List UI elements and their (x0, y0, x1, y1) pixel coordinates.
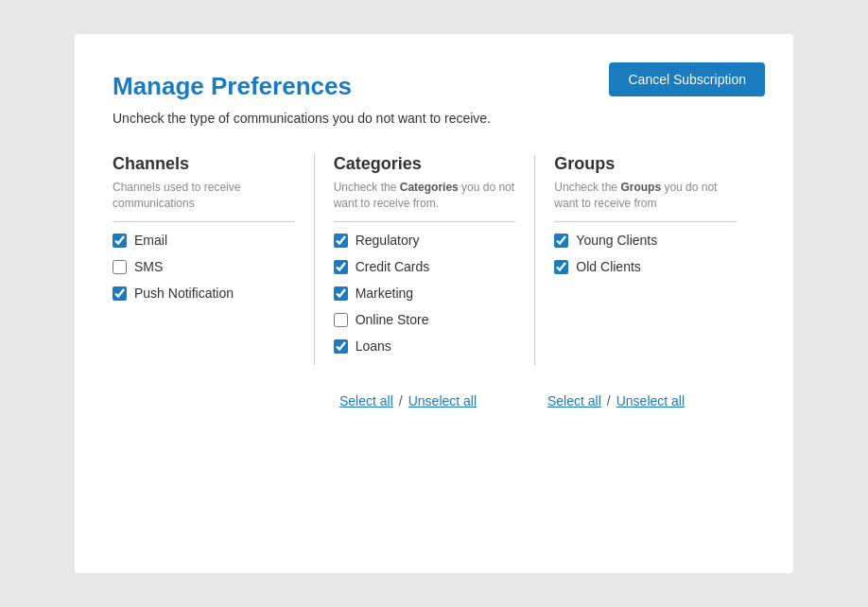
category-onlinestore-label: Online Store (356, 311, 429, 328)
channel-sms-item: SMS (113, 258, 295, 275)
main-card: Cancel Subscription Manage Preferences U… (75, 34, 793, 573)
groups-column: Groups Uncheck the Groups you do not wan… (554, 154, 755, 365)
groups-select-actions: Select all / Unselect all (547, 393, 755, 408)
columns-wrapper: Channels Channels used to receive commun… (113, 154, 755, 365)
groups-keyword: Groups (620, 181, 661, 194)
category-creditcards-label: Credit Cards (356, 258, 430, 275)
channel-push-checkbox[interactable] (113, 286, 127, 301)
channels-description: Channels used to receive communications (113, 180, 295, 222)
group-youngclients-label: Young Clients (576, 232, 657, 249)
group-oldclients-label: Old Clients (576, 258, 640, 275)
categories-select-actions: Select all / Unselect all (339, 393, 547, 408)
category-regulatory-checkbox[interactable] (334, 234, 348, 248)
groups-select-all-link[interactable]: Select all (547, 393, 601, 408)
category-marketing-checkbox[interactable] (334, 286, 348, 301)
group-oldclients-checkbox[interactable] (554, 260, 568, 274)
category-regulatory-label: Regulatory (356, 232, 420, 249)
category-loans-label: Loans (356, 338, 391, 355)
groups-unselect-all-link[interactable]: Unselect all (616, 393, 685, 408)
channel-sms-label: SMS (134, 258, 163, 275)
channel-sms-checkbox[interactable] (113, 260, 127, 274)
category-loans-item: Loans (334, 338, 516, 355)
categories-keyword: Categories (400, 181, 459, 194)
channels-title: Channels (113, 154, 295, 174)
group-oldclients-item: Old Clients (554, 258, 737, 275)
categories-description: Uncheck the Categories you do not want t… (334, 180, 516, 222)
categories-select-all-link[interactable]: Select all (339, 393, 393, 408)
category-regulatory-item: Regulatory (334, 232, 516, 249)
channel-email-item: Email (113, 232, 295, 249)
group-youngclients-item: Young Clients (554, 232, 737, 249)
page-subtitle: Uncheck the type of communications you d… (113, 111, 755, 126)
category-marketing-label: Marketing (356, 285, 413, 302)
category-marketing-item: Marketing (334, 285, 516, 302)
bottom-actions-row: Select all / Unselect all Select all / U… (113, 393, 755, 408)
categories-unselect-all-link[interactable]: Unselect all (408, 393, 477, 408)
channels-column: Channels Channels used to receive commun… (113, 154, 315, 365)
channel-push-label: Push Notification (134, 285, 234, 302)
groups-separator: / (607, 393, 611, 408)
channel-email-checkbox[interactable] (113, 234, 127, 248)
categories-separator: / (399, 393, 403, 408)
category-creditcards-item: Credit Cards (334, 258, 516, 275)
categories-column: Categories Uncheck the Categories you do… (334, 154, 536, 365)
cancel-subscription-button[interactable]: Cancel Subscription (609, 62, 765, 96)
category-onlinestore-item: Online Store (334, 311, 516, 328)
channel-email-label: Email (134, 232, 167, 249)
channel-push-item: Push Notification (113, 285, 295, 302)
groups-title: Groups (554, 154, 737, 174)
category-loans-checkbox[interactable] (334, 339, 348, 354)
category-onlinestore-checkbox[interactable] (334, 313, 348, 327)
category-creditcards-checkbox[interactable] (334, 260, 348, 274)
categories-title: Categories (334, 154, 516, 174)
groups-description: Uncheck the Groups you do not want to re… (554, 180, 737, 222)
group-youngclients-checkbox[interactable] (554, 234, 568, 248)
